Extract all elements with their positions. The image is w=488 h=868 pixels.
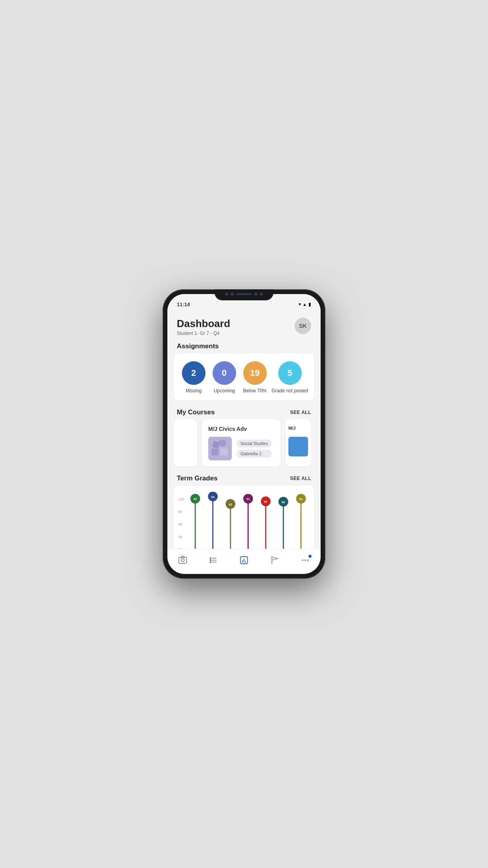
wifi-icon: ▾: [299, 302, 301, 307]
battery-icon: ▮: [308, 302, 311, 307]
nav-flag[interactable]: [265, 554, 284, 566]
phone-frame: 11:14 ▾ ▲ ▮ Dashboard Student 1- Gr 7 - …: [163, 289, 325, 579]
grades-section-title: Term Grades: [177, 474, 218, 482]
svg-text:91: 91: [299, 497, 303, 501]
assignment-upcoming[interactable]: 0 Upcoming: [211, 361, 238, 394]
upcoming-circle: 0: [213, 361, 236, 385]
bar-chart: 90 94 81 91: [186, 492, 310, 549]
svg-rect-4: [220, 447, 228, 456]
more-notification-dot: [308, 555, 312, 558]
below70-label: Below 70%: [243, 388, 267, 394]
chart-svg-wrap: 90 94 81 91: [186, 492, 310, 549]
list-icon: [209, 555, 218, 565]
course-thumb-civics: [208, 437, 232, 460]
y-axis: 100 80 60 40 20 0: [178, 492, 184, 549]
page-title: Dashboard: [177, 318, 230, 330]
bottom-nav: [167, 549, 321, 574]
course-body-civics: Social Studies Gabriella J.: [208, 437, 274, 460]
status-icons: ▾ ▲ ▮: [299, 302, 311, 307]
y-label-100: 100: [178, 497, 184, 501]
courses-see-all[interactable]: SEE ALL: [290, 410, 311, 415]
courses-scroll: M/J Civics Adv Social: [167, 419, 321, 473]
below70-count: 19: [250, 368, 259, 378]
missing-count: 2: [191, 368, 196, 378]
stub-right-title: M/J: [288, 426, 308, 430]
assignments-section-label: Assignments: [167, 339, 321, 353]
avatar[interactable]: SK: [295, 318, 311, 334]
missing-label: Missing: [186, 388, 202, 394]
nav-grades[interactable]: [235, 554, 253, 566]
nav-list[interactable]: [204, 554, 223, 566]
svg-point-41: [305, 559, 306, 561]
svg-text:87: 87: [264, 500, 267, 504]
svg-text:81: 81: [229, 502, 232, 506]
screen-content: Dashboard Student 1- Gr 7 - Q4 SK Assign…: [167, 311, 321, 549]
svg-point-40: [302, 559, 303, 561]
status-time: 11:14: [177, 302, 190, 307]
y-label-40: 40: [178, 535, 184, 539]
course-card-civics[interactable]: M/J Civics Adv Social: [202, 419, 281, 467]
svg-point-29: [210, 557, 211, 559]
grade-not-posted-circle: 5: [278, 361, 302, 385]
header-text: Dashboard Student 1- Gr 7 - Q4: [177, 318, 230, 336]
assignments-card: 2 Missing 0 Upcoming 19: [174, 353, 314, 401]
svg-text:91: 91: [246, 497, 250, 501]
grades-see-all[interactable]: SEE ALL: [290, 476, 311, 481]
grades-icon: [239, 555, 249, 565]
svg-text:86: 86: [282, 500, 285, 504]
assignment-missing[interactable]: 2 Missing: [180, 361, 207, 394]
course-card-stub-left: [174, 419, 197, 467]
chart-container: 100 80 60 40 20 0: [178, 492, 310, 549]
camera-icon: [178, 555, 187, 565]
grades-card: 100 80 60 40 20 0: [174, 485, 314, 549]
svg-text:90: 90: [194, 497, 197, 501]
course-thumb-icon-civics: [208, 437, 232, 460]
courses-section-title: My Courses: [177, 408, 215, 416]
course-card-stub-right: M/J: [285, 419, 311, 467]
header-subtitle: Student 1- Gr 7 - Q4: [177, 331, 230, 336]
dashboard-header: Dashboard Student 1- Gr 7 - Q4 SK: [167, 311, 321, 339]
course-tags-civics: Social Studies Gabriella J.: [237, 440, 272, 458]
courses-section-header: My Courses SEE ALL: [167, 407, 321, 419]
svg-point-31: [210, 559, 211, 561]
phone-screen: 11:14 ▾ ▲ ▮ Dashboard Student 1- Gr 7 - …: [167, 294, 321, 574]
teacher-tag: Gabriella J.: [237, 450, 272, 458]
flag-icon: [270, 555, 279, 565]
nav-camera[interactable]: [173, 554, 192, 566]
missing-circle: 2: [182, 361, 205, 385]
y-label-80: 80: [178, 510, 184, 514]
nav-more[interactable]: [296, 554, 315, 566]
svg-point-33: [210, 561, 211, 563]
svg-point-27: [181, 559, 184, 562]
svg-point-42: [307, 559, 309, 561]
grade-not-posted-label: Grade not posted: [272, 388, 308, 394]
notch: [215, 289, 273, 300]
svg-rect-2: [219, 439, 226, 447]
svg-rect-3: [211, 448, 219, 456]
course-title-civics: M/J Civics Adv: [208, 426, 274, 432]
assignment-below70[interactable]: 19 Below 70%: [241, 361, 269, 394]
stub-right-thumb: [288, 437, 308, 456]
assignments-grid: 2 Missing 0 Upcoming 19: [178, 361, 310, 394]
below70-circle: 19: [243, 361, 267, 385]
upcoming-count: 0: [222, 368, 227, 378]
svg-text:94: 94: [211, 495, 215, 498]
upcoming-label: Upcoming: [214, 388, 235, 394]
signal-icon: ▲: [303, 302, 307, 307]
grades-section-header: Term Grades SEE ALL: [167, 473, 321, 485]
subject-tag: Social Studies: [237, 440, 272, 447]
y-label-60: 60: [178, 522, 184, 526]
grade-not-posted-count: 5: [288, 368, 292, 378]
assignment-grade-not-posted[interactable]: 5 Grade not posted: [272, 361, 308, 394]
